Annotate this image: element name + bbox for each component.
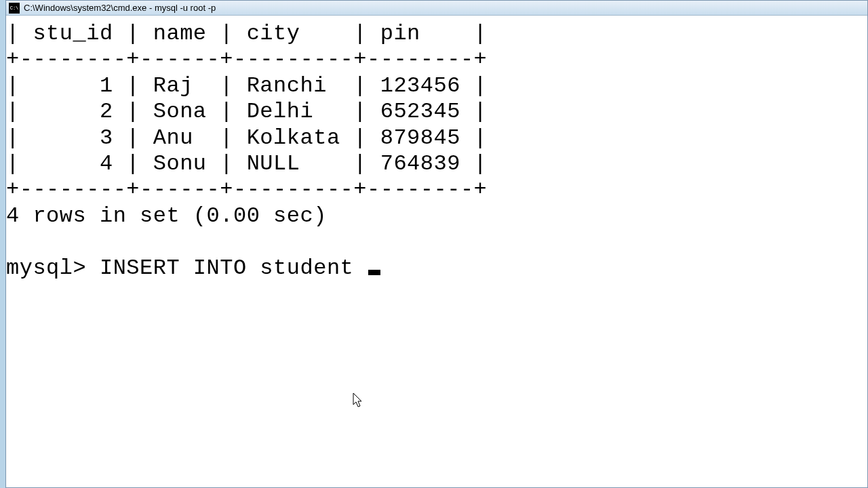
cell-city: NULL: [247, 151, 300, 176]
table-border: +--------+------+---------+--------+: [6, 47, 867, 73]
mysql-prompt: mysql>: [6, 256, 86, 281]
cursor-icon: [368, 270, 380, 275]
col-header-name: name: [153, 21, 207, 46]
cmd-icon: [9, 3, 20, 14]
cell-stuid: 3: [100, 125, 113, 150]
rows-status: 4 rows in set (0.00 sec): [6, 203, 867, 229]
cell-city: Delhi: [247, 99, 314, 124]
col-header-stuid: stu_id: [33, 21, 113, 46]
table-row: | 2 | Sona | Delhi | 652345 |: [6, 99, 867, 125]
cmd-window: C:\Windows\system32\cmd.exe - mysql -u r…: [5, 0, 868, 488]
table-header-row: | stu_id | name | city | pin |: [6, 21, 867, 47]
prompt-line[interactable]: mysql> INSERT INTO student: [6, 256, 867, 281]
cell-city: Kolkata: [247, 125, 340, 150]
cell-name: Anu: [153, 125, 193, 150]
command-input[interactable]: INSERT INTO student: [100, 256, 353, 281]
cell-name: Raj: [153, 73, 193, 98]
table-row: | 4 | Sonu | NULL | 764839 |: [6, 151, 867, 177]
table-row: | 3 | Anu | Kolkata | 879845 |: [6, 125, 867, 151]
cell-name: Sonu: [153, 151, 207, 176]
cell-stuid: 4: [100, 151, 113, 176]
cell-stuid: 2: [100, 99, 113, 124]
cell-pin: 123456: [380, 73, 460, 98]
table-row: | 1 | Raj | Ranchi | 123456 |: [6, 73, 867, 99]
cell-pin: 879845: [380, 125, 460, 150]
col-header-city: city: [247, 21, 300, 46]
cell-pin: 652345: [380, 99, 460, 124]
cell-stuid: 1: [100, 73, 113, 98]
table-border: +--------+------+---------+--------+: [6, 177, 867, 203]
cell-pin: 764839: [380, 151, 460, 176]
cell-name: Sona: [153, 99, 207, 124]
title-bar[interactable]: C:\Windows\system32\cmd.exe - mysql -u r…: [6, 1, 867, 16]
terminal-output[interactable]: | stu_id | name | city | pin |+--------+…: [6, 16, 867, 281]
blank-line: [6, 229, 867, 255]
window-title: C:\Windows\system32\cmd.exe - mysql -u r…: [24, 3, 216, 13]
col-header-pin: pin: [380, 21, 420, 46]
cell-city: Ranchi: [247, 73, 327, 98]
